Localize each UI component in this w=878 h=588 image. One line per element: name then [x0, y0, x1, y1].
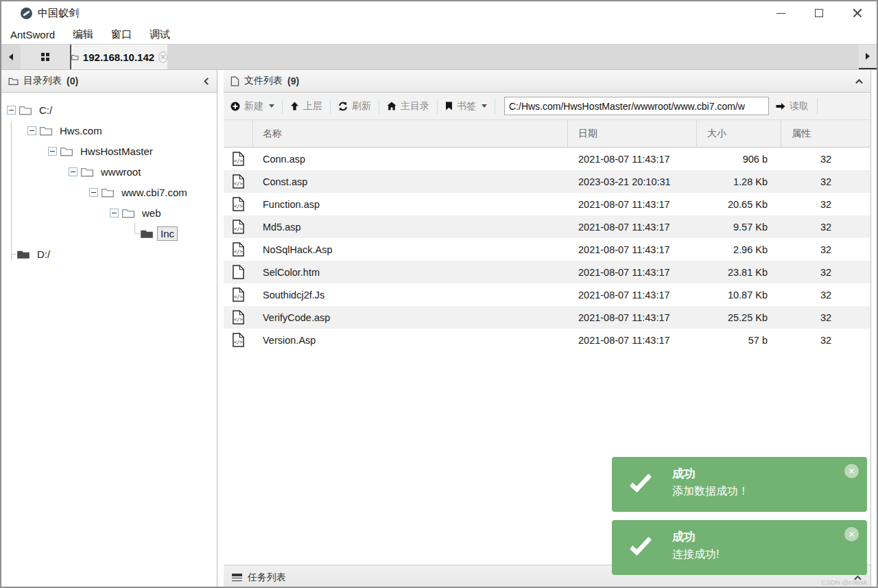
file-type-icon-cell: </> — [224, 265, 253, 279]
collapse-left-icon[interactable] — [202, 77, 210, 86]
file-row[interactable]: </> Function.asp 2021-08-07 11:43:17 20.… — [224, 193, 870, 215]
file-row[interactable]: </> Southidcj2f.Js 2021-08-07 11:43:17 1… — [224, 283, 870, 306]
svg-text:</>: </> — [234, 158, 243, 164]
antsword-window: 中国蚁剑 AntSword编辑窗口调试 192.168.10.142 ✕ 目录 — [0, 0, 878, 588]
chevron-left-icon — [9, 54, 13, 60]
menubar: AntSword编辑窗口调试 — [1, 25, 877, 44]
file-row[interactable]: </> SelColor.htm 2021-08-07 11:43:17 23.… — [224, 261, 870, 283]
file-date: 2021-08-07 11:43:17 — [568, 267, 697, 278]
task-list-title: 任务列表 — [248, 572, 286, 584]
file-attr: 32 — [781, 312, 870, 323]
file-table-body: </> Conn.asp 2021-08-07 11:43:17 906 b 3… — [224, 148, 870, 351]
tree-node[interactable]: web — [110, 202, 217, 223]
file-attr: 32 — [781, 199, 870, 210]
directory-panel-header: 目录列表 (0) — [1, 70, 217, 93]
code-file-icon: </> — [233, 197, 244, 211]
home-dir-button[interactable]: 主目录 — [387, 100, 429, 113]
code-file-icon: </> — [233, 220, 244, 234]
tree-collapse-icon[interactable] — [27, 126, 36, 135]
tree-collapse-icon[interactable] — [7, 106, 16, 115]
minimize-icon — [776, 13, 785, 14]
tree-node[interactable]: Inc — [130, 223, 217, 244]
tab-shell-session[interactable]: 192.168.10.142 ✕ — [71, 45, 167, 69]
file-icon — [230, 76, 239, 86]
file-attr: 32 — [781, 154, 870, 165]
col-attr[interactable]: 属性 — [781, 120, 870, 147]
file-date: 2021-08-07 11:43:17 — [568, 154, 697, 165]
file-row[interactable]: </> Md5.asp 2021-08-07 11:43:17 9.57 Kb … — [224, 215, 870, 238]
file-size: 20.65 Kb — [697, 199, 781, 210]
file-row[interactable]: </> Const.asp 2023-03-21 20:10:31 1.28 K… — [224, 170, 870, 193]
tree-collapse-icon[interactable] — [48, 147, 57, 156]
minimize-button[interactable] — [761, 1, 800, 25]
directory-panel: 目录列表 (0) C:/ — [1, 70, 217, 588]
file-attr: 32 — [781, 222, 870, 233]
folder-icon — [8, 77, 19, 86]
tree-node[interactable]: C:/ — [7, 99, 217, 120]
refresh-icon — [338, 102, 348, 111]
maximize-button[interactable] — [800, 1, 838, 25]
check-icon — [630, 533, 652, 556]
col-name[interactable]: 名称 — [253, 120, 568, 147]
menu-item[interactable]: AntSword — [10, 29, 55, 40]
tab-scroll-right-button[interactable] — [859, 45, 877, 69]
menu-item[interactable]: 窗口 — [111, 28, 132, 41]
tree-node-label: web — [139, 206, 165, 220]
file-row[interactable]: </> Version.Asp 2021-08-07 11:43:17 57 b… — [224, 329, 870, 351]
tree-node[interactable]: www.cbi7.com — [89, 182, 217, 202]
toast-connect-success: 成功 连接成功! ✕ — [612, 520, 867, 575]
new-button[interactable]: 新建 — [230, 100, 274, 113]
tree-collapse-icon[interactable] — [69, 167, 78, 176]
refresh-button[interactable]: 刷新 — [338, 100, 371, 113]
toast-close-icon[interactable]: ✕ — [844, 464, 859, 478]
col-size[interactable]: 大小 — [697, 120, 781, 147]
path-input[interactable] — [504, 97, 769, 115]
tree-collapse-icon[interactable] — [110, 209, 119, 217]
tree-node[interactable]: wwwroot — [69, 161, 217, 182]
col-date[interactable]: 日期 — [568, 120, 697, 147]
file-row[interactable]: </> Conn.asp 2021-08-07 11:43:17 906 b 3… — [224, 148, 870, 170]
code-file-icon: </> — [233, 310, 244, 325]
folder-open-icon — [39, 126, 53, 136]
tab-scroll-left-button[interactable] — [1, 45, 21, 69]
menu-item[interactable]: 编辑 — [73, 28, 93, 41]
folder-closed-icon — [16, 249, 30, 259]
tree-node[interactable]: D:/ — [7, 244, 217, 264]
file-name: Const.asp — [253, 176, 568, 187]
tree-node-label: HwsHostMaster — [77, 144, 156, 158]
collapse-up-icon[interactable] — [855, 78, 864, 85]
folder-open-icon — [121, 208, 135, 218]
svg-text:</>: </> — [234, 226, 243, 232]
toast-add-data-success: 成功 添加数据成功！ ✕ — [612, 457, 867, 512]
tree-guide-line — [11, 121, 12, 261]
tab-close-icon[interactable]: ✕ — [158, 51, 167, 63]
file-row[interactable]: </> NoSqlHack.Asp 2021-08-07 11:43:17 2.… — [224, 238, 870, 261]
svg-text:</>: </> — [234, 180, 243, 187]
file-name: Southidcj2f.Js — [253, 290, 568, 301]
file-toolbar: 新建 上层 刷新 — [224, 93, 870, 120]
code-file-icon: </> — [233, 242, 244, 257]
file-name: Version.Asp — [253, 335, 568, 346]
titlebar: 中国蚁剑 — [1, 1, 877, 25]
tree-node-label: www.cbi7.com — [118, 185, 191, 200]
code-file-icon: </> — [233, 287, 244, 302]
svg-text:</>: </> — [234, 316, 243, 322]
file-name: Conn.asp — [253, 154, 568, 165]
menu-item[interactable]: 调试 — [150, 28, 170, 41]
tree-collapse-icon[interactable] — [89, 188, 98, 197]
folder-icon — [71, 53, 79, 62]
up-level-button[interactable]: 上层 — [290, 100, 322, 113]
file-size: 9.57 Kb — [697, 222, 781, 233]
tree-node[interactable]: Hws.com — [27, 120, 217, 141]
plus-circle-icon — [230, 102, 240, 111]
tab-home-grid[interactable] — [21, 45, 71, 69]
panel-splitter[interactable] — [217, 70, 224, 588]
bookmark-button[interactable]: 书签 — [445, 100, 487, 113]
close-button[interactable] — [838, 1, 877, 25]
file-row[interactable]: </> VerifyCode.asp 2021-08-07 11:43:17 2… — [224, 306, 870, 329]
file-attr: 32 — [781, 335, 870, 346]
toast-close-icon[interactable]: ✕ — [844, 527, 859, 541]
tree-node-label: Inc — [157, 226, 178, 241]
tree-node[interactable]: HwsHostMaster — [48, 141, 217, 161]
read-button[interactable]: 读取 — [776, 100, 809, 113]
